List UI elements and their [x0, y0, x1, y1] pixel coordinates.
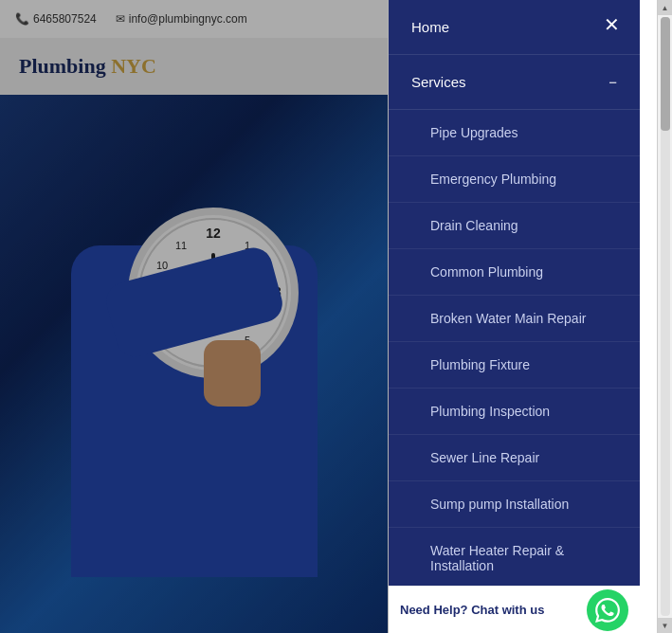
- nav-items: Home Services − Pipe Upgrades Emergency …: [389, 0, 640, 589]
- drain-cleaning-label: Drain Cleaning: [430, 218, 518, 233]
- nav-sub-common-plumbing[interactable]: Common Plumbing: [389, 249, 640, 296]
- scroll-down-button[interactable]: ▼: [658, 618, 673, 633]
- emergency-plumbing-label: Emergency Plumbing: [430, 172, 556, 187]
- broken-water-main-label: Broken Water Main Repair: [430, 311, 586, 326]
- chat-widget[interactable]: Need Help? Chat with us: [389, 586, 640, 633]
- down-arrow-icon: ▼: [662, 622, 669, 630]
- nav-services[interactable]: Services −: [389, 55, 640, 110]
- chat-text: Need Help? Chat with us: [400, 603, 544, 617]
- nav-sub-sewer-line-repair[interactable]: Sewer Line Repair: [389, 435, 640, 481]
- nav-panel: ✕ Home Services − Pipe Upgrades Emergenc…: [389, 0, 640, 633]
- chat-cta: Chat with us: [471, 603, 544, 617]
- nav-sub-plumbing-fixture[interactable]: Plumbing Fixture: [389, 342, 640, 389]
- whatsapp-button[interactable]: [587, 589, 628, 631]
- services-toggle-icon: −: [608, 74, 617, 90]
- up-arrow-icon: ▲: [662, 4, 669, 12]
- common-plumbing-label: Common Plumbing: [430, 264, 543, 280]
- nav-sub-broken-water-main[interactable]: Broken Water Main Repair: [389, 296, 640, 342]
- scrollbar-thumb[interactable]: [661, 17, 670, 131]
- nav-sub-drain-cleaning[interactable]: Drain Cleaning: [389, 203, 640, 249]
- nav-sub-items: Pipe Upgrades Emergency Plumbing Drain C…: [389, 110, 640, 589]
- scrollbar: ▲ ▼: [657, 0, 672, 633]
- services-label: Services: [411, 74, 466, 90]
- water-heater-label: Water Heater Repair & Installation: [430, 543, 564, 573]
- nav-sub-water-heater[interactable]: Water Heater Repair & Installation: [389, 528, 640, 589]
- close-icon: ✕: [604, 13, 620, 36]
- nav-sub-sump-pump[interactable]: Sump pump Installation: [389, 481, 640, 528]
- plumbing-fixture-label: Plumbing Fixture: [430, 357, 530, 372]
- nav-sub-emergency-plumbing[interactable]: Emergency Plumbing: [389, 156, 640, 203]
- whatsapp-icon: [595, 598, 620, 623]
- sump-pump-label: Sump pump Installation: [430, 497, 569, 512]
- home-label: Home: [411, 19, 449, 35]
- scroll-up-button[interactable]: ▲: [658, 0, 673, 15]
- pipe-upgrades-label: Pipe Upgrades: [430, 125, 518, 140]
- nav-sub-pipe-upgrades[interactable]: Pipe Upgrades: [389, 110, 640, 156]
- plumbing-inspection-label: Plumbing Inspection: [430, 404, 550, 419]
- scrollbar-track[interactable]: [661, 17, 670, 616]
- overlay: [0, 0, 389, 633]
- nav-sub-plumbing-inspection[interactable]: Plumbing Inspection: [389, 389, 640, 435]
- close-button[interactable]: ✕: [598, 11, 625, 38]
- sewer-line-repair-label: Sewer Line Repair: [430, 450, 539, 465]
- chat-prefix: Need Help?: [400, 603, 468, 617]
